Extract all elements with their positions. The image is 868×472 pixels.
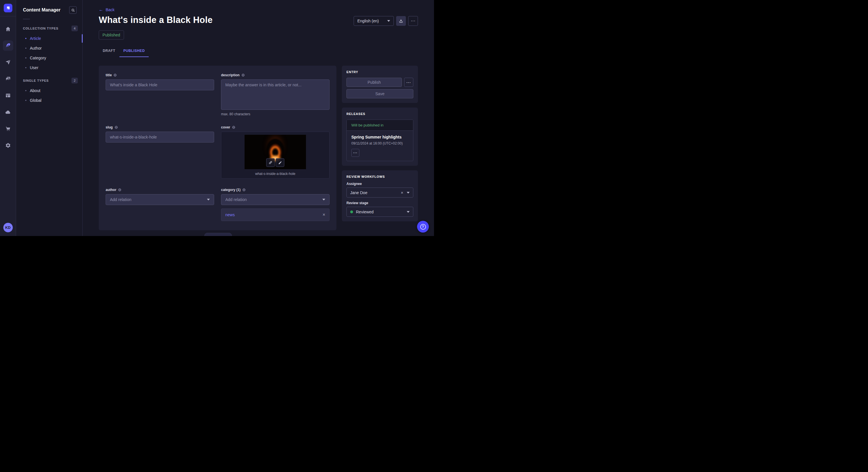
ellipsis-icon: ··· <box>353 151 358 155</box>
cover-filename: what-s-inside-a-black-hole <box>255 172 296 176</box>
entry-panel: ENTRY Publish ··· Save <box>342 66 418 103</box>
settings-gear-icon[interactable] <box>3 140 13 150</box>
bullet-icon <box>25 38 26 39</box>
release-status: Will be published in <box>347 120 413 131</box>
entry-more-button[interactable]: ··· <box>404 78 413 87</box>
review-workflows-heading: REVIEW WORKFLOWS <box>346 175 413 178</box>
locale-globe-icon <box>241 73 245 77</box>
description-helper-text: max. 80 characters <box>221 112 330 116</box>
media-library-icon[interactable] <box>3 74 13 84</box>
tab-draft[interactable]: DRAFT <box>99 47 119 57</box>
chevron-down-icon <box>387 20 390 22</box>
publish-button[interactable]: Publish <box>346 78 402 87</box>
stage-status-dot <box>350 210 353 213</box>
tab-published[interactable]: PUBLISHED <box>119 47 149 57</box>
cloud-icon[interactable] <box>3 107 13 117</box>
chevron-down-icon <box>207 199 210 200</box>
single-types-section: SINGLE TYPES 2 About Global <box>16 75 82 105</box>
export-download-button[interactable] <box>396 16 406 26</box>
home-icon[interactable] <box>3 24 13 34</box>
section-label: SINGLE TYPES <box>23 79 49 82</box>
pencil-icon <box>278 161 282 165</box>
assignee-value: Jane Doe <box>350 191 367 195</box>
author-relation-combobox[interactable]: Add relation <box>105 194 214 205</box>
description-field-label: description <box>221 73 240 77</box>
edit-media-button[interactable] <box>276 158 284 167</box>
category-relation-combobox[interactable]: Add relation <box>221 194 330 205</box>
release-date: 09/11/2024 at 16:00 (UTC+02:00) <box>351 141 408 145</box>
slug-input[interactable]: what-s-inside-a-black-hole <box>105 132 214 142</box>
category-relation-item: news × <box>221 208 330 221</box>
clear-assignee-icon[interactable]: × <box>401 191 403 195</box>
link-icon <box>269 161 273 165</box>
content-type-builder-icon[interactable] <box>3 90 13 101</box>
send-icon[interactable] <box>3 57 13 67</box>
sidebar-item-global[interactable]: Global <box>16 96 82 105</box>
entry-form-panel: title What's inside a Black Hole descrip… <box>99 66 336 230</box>
marketplace-cart-icon[interactable] <box>3 124 13 134</box>
locale-select[interactable]: English (en) <box>353 16 394 26</box>
main-content: ← Back What's inside a Black Hole Englis… <box>83 0 434 236</box>
strapi-logo[interactable] <box>4 4 12 12</box>
assignee-label: Assignee <box>346 182 413 186</box>
locale-value: English (en) <box>358 19 379 23</box>
description-textarea[interactable]: Maybe the answer is in this article, or … <box>221 79 330 110</box>
side-column: ENTRY Publish ··· Save RELEASES Will be … <box>342 66 418 222</box>
save-button[interactable]: Save <box>346 89 413 98</box>
page-title: What's inside a Black Hole <box>99 15 213 25</box>
sidebar-item-label: Article <box>30 36 41 41</box>
review-stage-select[interactable]: Reviewed <box>346 207 413 217</box>
sidebar-item-label: Category <box>30 56 46 60</box>
bullet-icon <box>25 57 26 59</box>
remove-relation-icon[interactable]: × <box>322 212 325 217</box>
assignee-select[interactable]: Jane Doe × <box>346 188 413 198</box>
collection-types-section: COLLECTION TYPES 4 Article Author Catego… <box>16 23 82 72</box>
locale-globe-icon <box>115 126 118 129</box>
version-tabs: DRAFT PUBLISHED <box>99 47 418 57</box>
relation-link-news[interactable]: news <box>225 212 235 217</box>
search-button[interactable] <box>69 6 76 14</box>
user-avatar[interactable]: KD <box>3 223 12 232</box>
app-window: KD Content Manager COLLECTION TYPES 4 Ar… <box>0 0 434 236</box>
copy-link-button[interactable] <box>267 158 275 167</box>
header-actions: English (en) ··· <box>353 16 418 26</box>
back-arrow-icon: ← <box>99 7 103 12</box>
title-field-label: title <box>105 73 112 77</box>
title-input[interactable]: What's inside a Black Hole <box>105 79 214 90</box>
field-slug: slug what-s-inside-a-black-hole <box>105 125 214 142</box>
entry-heading: ENTRY <box>346 70 413 74</box>
ellipsis-icon: ··· <box>411 19 415 24</box>
sidebar-item-about[interactable]: About <box>16 86 82 96</box>
field-author: author Add relation <box>105 188 214 205</box>
sidebar-item-label: User <box>30 65 38 70</box>
chevron-down-icon <box>407 192 410 194</box>
ellipsis-icon: ··· <box>406 80 411 85</box>
back-label: Back <box>105 7 115 12</box>
question-mark-icon: ? <box>420 224 426 230</box>
review-stage-label: Review stage <box>346 201 413 205</box>
slug-field-label: slug <box>105 125 113 129</box>
releases-heading: RELEASES <box>346 112 413 115</box>
bottom-cut-pill <box>205 233 232 236</box>
field-cover: cover <box>221 125 330 179</box>
field-description: description Maybe the answer is in this … <box>221 73 330 116</box>
sidebar-item-user[interactable]: User <box>16 63 82 72</box>
single-types-count-badge: 2 <box>71 78 78 83</box>
content-manager-subnav: Content Manager COLLECTION TYPES 4 Artic… <box>16 0 83 236</box>
sidebar-item-label: Global <box>30 98 41 103</box>
sidebar-item-author[interactable]: Author <box>16 43 82 53</box>
download-icon <box>399 19 403 23</box>
back-link[interactable]: ← Back <box>99 7 115 12</box>
header-more-button[interactable]: ··· <box>408 16 418 26</box>
sidebar-item-category[interactable]: Category <box>16 53 82 63</box>
content-manager-feather-icon[interactable] <box>3 40 13 51</box>
review-workflows-panel: REVIEW WORKFLOWS Assignee Jane Doe × Rev… <box>342 170 418 222</box>
release-more-button[interactable]: ··· <box>351 149 360 157</box>
help-button[interactable]: ? <box>417 221 429 233</box>
search-icon <box>71 8 75 12</box>
subnav-divider <box>23 19 30 19</box>
cover-field-label: cover <box>221 125 230 129</box>
locale-globe-icon <box>232 126 236 129</box>
sidebar-item-article[interactable]: Article <box>16 34 82 43</box>
bullet-icon <box>25 47 26 49</box>
